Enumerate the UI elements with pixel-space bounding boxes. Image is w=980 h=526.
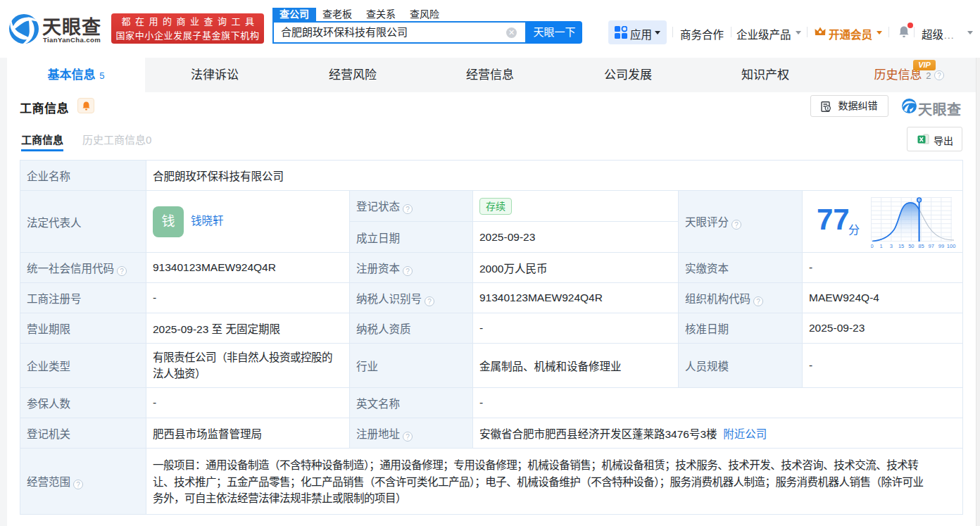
svg-text:100: 100: [947, 243, 956, 249]
svg-text:3: 3: [890, 243, 893, 249]
svg-text:0: 0: [871, 243, 874, 249]
svg-text:1: 1: [880, 243, 883, 249]
svg-text:85: 85: [918, 243, 924, 249]
svg-text:97: 97: [929, 243, 934, 249]
svg-text:15: 15: [898, 243, 904, 249]
svg-text:99: 99: [938, 243, 944, 249]
svg-text:50: 50: [908, 243, 914, 249]
